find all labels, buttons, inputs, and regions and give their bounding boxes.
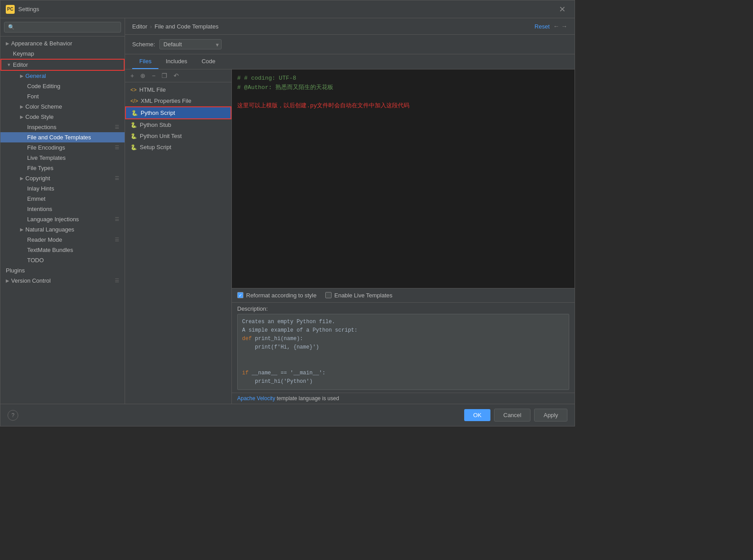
tab-files[interactable]: Files [132,54,158,69]
desc-line-1: Creates an empty Python file. [242,318,564,326]
file-item-label: Python Stub [140,122,171,128]
expand-arrow-icon: ▶ [20,114,24,119]
sidebar-item-editor[interactable]: ▼ Editor [0,59,125,71]
add-template-button[interactable]: + [129,71,136,80]
file-item-xml[interactable]: </> XML Properties File [125,95,231,106]
forward-arrow-icon[interactable]: → [561,23,567,30]
sidebar-item-general[interactable]: ▶ General [0,71,125,81]
breadcrumb-separator-icon: › [150,23,152,30]
revert-template-button[interactable]: ↶ [172,71,181,80]
nav-arrows: ← → [553,23,567,30]
content-area: ▶ Appearance & Behavior Keymap ▼ Editor … [0,18,575,404]
sidebar-item-live-templates[interactable]: Live Templates [0,153,125,163]
scheme-select-wrap: Default Project [159,39,222,49]
expand-arrow-icon: ▶ [20,176,24,181]
sidebar-item-code-editing[interactable]: Code Editing [0,81,125,91]
sidebar-item-label: Language Injections [27,216,79,223]
file-item-python-stub[interactable]: 🐍 Python Stub [125,119,231,130]
sidebar-item-copyright[interactable]: ▶ Copyright ☰ [0,173,125,183]
expand-arrow-icon: ▼ [7,62,11,67]
sidebar-item-label: Appearance & Behavior [11,40,72,47]
help-button[interactable]: ? [8,410,18,421]
sidebar-item-label: Color Scheme [25,103,62,110]
file-item-setup-script[interactable]: 🐍 Setup Script [125,142,231,153]
reset-button[interactable]: Reset [534,23,550,30]
ok-button[interactable]: OK [464,409,490,421]
sidebar-nav: ▶ Appearance & Behavior Keymap ▼ Editor … [0,37,125,404]
sidebar-item-color-scheme[interactable]: ▶ Color Scheme [0,101,125,112]
file-item-python-script[interactable]: 🐍 Python Script [125,106,231,119]
sidebar-item-label: TextMate Bundles [27,247,73,253]
sidebar-item-textmate-bundles[interactable]: TextMate Bundles [0,245,125,255]
breadcrumb: Editor › File and Code Templates [132,23,534,30]
cancel-button[interactable]: Cancel [494,409,530,422]
duplicate-template-button[interactable]: ❐ [160,71,169,80]
code-panel: # # coding: UTF-8 # @Author: 熟悉而又陌生的天花板 … [232,69,575,404]
expand-arrow-icon: ▶ [20,73,24,78]
sidebar-item-inspections[interactable]: Inspections ☰ [0,122,125,132]
sidebar-item-plugins[interactable]: Plugins [0,265,125,276]
search-input[interactable] [4,22,121,32]
sidebar-item-reader-mode[interactable]: Reader Mode ☰ [0,235,125,245]
sidebar-item-emmet[interactable]: Emmet [0,194,125,204]
code-editor[interactable]: # # coding: UTF-8 # @Author: 熟悉而又陌生的天花板 … [232,69,575,288]
tab-includes[interactable]: Includes [158,54,194,69]
sidebar-item-label: Reader Mode [27,236,62,243]
reformat-checkbox-wrap[interactable]: ✓ Reformat according to style [237,292,316,299]
file-item-html[interactable]: <> HTML File [125,84,231,95]
file-item-label: Setup Script [140,144,171,150]
sidebar-item-keymap[interactable]: Keymap [0,49,125,59]
expand-arrow-icon: ▶ [20,227,24,232]
file-item-python-unit-test[interactable]: 🐍 Python Unit Test [125,130,231,142]
scheme-row: Scheme: Default Project [125,35,575,54]
expand-arrow-icon: ▶ [6,41,9,46]
sidebar-item-language-injections[interactable]: Language Injections ☰ [0,214,125,224]
sidebar-item-todo[interactable]: TODO [0,255,125,265]
sidebar-item-version-control[interactable]: ▶ Version Control ☰ [0,276,125,286]
settings-window: PC Settings ✕ ▶ Appearance & Behavior Ke… [0,0,575,426]
main-header: Editor › File and Code Templates Reset ←… [125,18,575,35]
description-label: Description: [237,305,569,312]
sidebar-item-font[interactable]: Font [0,91,125,101]
close-button[interactable]: ✕ [555,3,569,16]
sidebar-item-file-code-templates[interactable]: File and Code Templates [0,132,125,142]
bottom-options: ✓ Reformat according to style Enable Liv… [232,288,575,302]
code-line-2: # @Author: 熟悉而又陌生的天花板 [237,84,333,91]
title-bar: PC Settings ✕ [0,0,575,18]
sidebar-item-appearance[interactable]: ▶ Appearance & Behavior [0,38,125,49]
sidebar-item-label: File Types [27,165,53,171]
back-arrow-icon[interactable]: ← [553,23,559,30]
file-item-label: XML Properties File [141,97,191,104]
settings-badge-icon: ☰ [115,175,119,181]
setup-script-icon: 🐍 [130,144,137,150]
scheme-select[interactable]: Default Project [159,39,222,49]
sidebar-item-label: Code Editing [27,83,60,89]
sidebar-item-code-style[interactable]: ▶ Code Style [0,112,125,122]
copy-template-button[interactable]: ⊕ [138,71,147,80]
sidebar-item-file-types[interactable]: File Types [0,163,125,173]
apply-button[interactable]: Apply [534,409,567,422]
sidebar-item-label: Editor [13,61,28,68]
sidebar-item-inlay-hints[interactable]: Inlay Hints [0,183,125,194]
velocity-link[interactable]: Apache Velocity [237,395,275,402]
tab-code[interactable]: Code [194,54,223,69]
sidebar-item-intentions[interactable]: Intentions [0,204,125,214]
velocity-suffix: template language is used [277,395,339,402]
desc-line-7: if __name__ == '__main__': [242,369,564,377]
sidebar-item-label: Inlay Hints [27,185,54,192]
sidebar-item-file-encodings[interactable]: File Encodings ☰ [0,142,125,153]
remove-template-button[interactable]: − [150,71,157,80]
live-templates-checkbox-wrap[interactable]: Enable Live Templates [325,292,393,299]
breadcrumb-page: File and Code Templates [154,23,219,30]
sidebar-item-label: General [25,73,46,79]
sidebar-item-label: Version Control [11,277,51,284]
html-file-icon: <> [130,87,137,93]
breadcrumb-editor: Editor [132,23,147,30]
live-templates-checkbox[interactable] [325,292,332,298]
settings-badge-icon: ☰ [115,145,119,150]
sidebar-item-natural-languages[interactable]: ▶ Natural Languages [0,224,125,235]
reformat-checkbox[interactable]: ✓ [237,292,243,298]
settings-badge-icon: ☰ [115,237,119,243]
expand-arrow-icon: ▶ [6,278,9,283]
sidebar-item-label: File Encodings [27,144,65,151]
